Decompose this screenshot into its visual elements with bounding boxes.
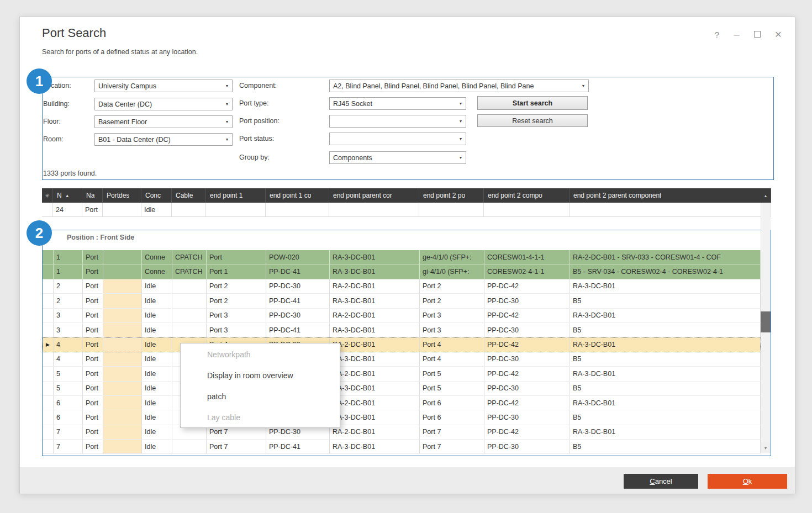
table-row[interactable]: 1PortConneCPATCHPort 1PP-DC-41RA-3-DC-B0… (43, 265, 761, 279)
chevron-down-icon[interactable]: ▼ (222, 120, 232, 124)
scroll-up-button[interactable]: ▲ (761, 188, 771, 203)
cell-n: 6 (54, 410, 83, 424)
table-row[interactable]: 6PortIdlePort 6PP-DC-41RA-3-DC-B01Port 6… (43, 410, 761, 425)
column-header-n[interactable]: N▲ (53, 188, 82, 203)
menu-item-patch[interactable]: patch (181, 386, 340, 407)
ok-button[interactable]: Ok (708, 474, 787, 489)
scroll-down-button[interactable]: ▼ (761, 442, 771, 453)
table-row[interactable]: ▶4PortIdlePort 4PP-DC-30RA-2-DC-B01Port … (43, 337, 761, 352)
column-header-na[interactable]: Na (82, 188, 103, 203)
cell-cable (172, 279, 207, 293)
cell-portdes (103, 440, 142, 453)
chevron-down-icon[interactable]: ▼ (456, 119, 466, 123)
group-by-combobox[interactable]: Components ▼ (329, 151, 466, 164)
cell-ep1p (329, 203, 419, 216)
chevron-down-icon[interactable]: ▼ (222, 137, 232, 141)
chevron-down-icon[interactable]: ▼ (456, 102, 466, 105)
port-type-combobox[interactable]: RJ45 Socket ▼ (329, 97, 466, 110)
column-header-ep2p[interactable]: end point 2 parent component (570, 188, 771, 203)
location-combobox[interactable]: University Campus ▼ (94, 80, 233, 92)
column-header-conc[interactable]: Conc (141, 188, 172, 203)
scrollbar-thumb[interactable] (761, 311, 771, 332)
chevron-down-icon[interactable]: ▼ (222, 84, 232, 88)
cell-ep2: Port 4 (420, 352, 484, 366)
chevron-down-icon[interactable]: ▼ (456, 156, 466, 160)
chevron-down-icon[interactable]: ▼ (578, 84, 588, 88)
column-header-ep1[interactable]: end point 1 (206, 188, 266, 203)
table-row[interactable]: 6PortIdlePort 6PP-DC-30RA-2-DC-B01Port 6… (43, 396, 761, 410)
building-label: Building: (43, 100, 70, 108)
column-label: Conc (145, 192, 161, 199)
column-header-ep1p[interactable]: end point parent cor (329, 188, 419, 203)
close-icon[interactable]: × (775, 28, 782, 41)
component-combobox[interactable]: A2, Blind Panel, Blind Panel, Blind Pane… (329, 80, 589, 92)
table-row[interactable]: 4PortIdlePort 4PP-DC-41RA-3-DC-B01Port 4… (43, 352, 761, 367)
row-marker-cell: ▶ (43, 337, 54, 351)
cell-conc: Idle (142, 382, 172, 395)
cell-portdes (103, 410, 142, 424)
annotation-badge-2: 2 (27, 220, 52, 246)
reset-search-button[interactable]: Reset search (477, 114, 588, 127)
column-label: end point parent cor (333, 192, 392, 199)
row-marker-cell (43, 382, 54, 395)
chevron-down-icon[interactable]: ▼ (222, 102, 232, 106)
table-row[interactable]: 2PortIdlePort 2PP-DC-41RA-3-DC-B01Port 2… (43, 294, 761, 308)
table-row[interactable]: 2PortIdlePort 2PP-DC-30RA-2-DC-B01Port 2… (43, 279, 761, 294)
cell-portdes (103, 250, 142, 264)
sort-asc-icon: ▲ (65, 193, 70, 198)
table-row[interactable]: 1PortConneCPATCHPortPOW-020RA-3-DC-B01ge… (43, 250, 761, 265)
room-combobox[interactable]: B01 - Data Center (DC) ▼ (94, 133, 233, 146)
cell-na: Port (83, 309, 103, 322)
cell-ep1c: PP-DC-41 (266, 323, 330, 337)
floor-combobox[interactable]: Basement Floor ▼ (94, 115, 233, 128)
cell-ep2c: PP-DC-30 (484, 323, 570, 337)
cell-conc: Idle (141, 203, 172, 216)
table-row[interactable]: 5PortIdlePort 5PP-DC-41RA-3-DC-B01Port 5… (43, 382, 761, 396)
cell-ep1: Port 7 (207, 440, 266, 453)
column-label: Cable (176, 192, 193, 199)
cell-cable (172, 323, 207, 337)
location-value: University Campus (95, 82, 222, 90)
cell-ep2c: PP-DC-30 (484, 382, 570, 395)
menu-item-networkpath: Networkpath (181, 344, 340, 365)
column-header-portdes[interactable]: Portdes (103, 188, 141, 203)
building-combobox[interactable]: Data Center (DC) ▼ (94, 98, 233, 110)
table-row[interactable]: 5PortIdlePort 5PP-DC-30RA-2-DC-B01Port 5… (43, 367, 761, 381)
cell-ep2: Port 7 (420, 440, 484, 453)
column-header-ep2[interactable]: end point 2 po (419, 188, 484, 203)
cancel-button[interactable]: Cancel (624, 474, 698, 489)
port-status-combobox[interactable]: ▼ (329, 133, 466, 145)
start-search-button[interactable]: Start search (477, 96, 588, 110)
cell-portdes (103, 323, 142, 337)
column-header-ep2c[interactable]: end point 2 compo (484, 188, 570, 203)
row-marker-cell (43, 440, 54, 453)
columns-settings-icon[interactable]: ✳ (42, 188, 53, 203)
menu-item-display-in-room-overview[interactable]: Display in room overview (181, 365, 340, 386)
cell-na: Port (82, 203, 103, 216)
maximize-icon[interactable] (754, 31, 761, 38)
cell-ep2c: PP-DC-30 (484, 352, 570, 366)
cell-n: 4 (54, 352, 83, 366)
cell-n: 7 (54, 440, 83, 453)
column-header-ep1c[interactable]: end point 1 co (266, 188, 329, 203)
table-row[interactable]: 7PortIdlePort 7PP-DC-41RA-3-DC-B01Port 7… (43, 440, 761, 454)
chevron-down-icon[interactable]: ▼ (456, 137, 466, 141)
cell-cable (172, 203, 206, 216)
cell-ep2: Port 3 (420, 323, 484, 337)
help-icon[interactable]: ? (715, 30, 719, 39)
port-position-combobox[interactable]: ▼ (329, 115, 466, 128)
cell-conc: Idle (142, 279, 172, 293)
table-row[interactable]: 24PortIdle (42, 203, 771, 217)
cell-ep1 (206, 203, 266, 216)
table-row[interactable]: 3PortIdlePort 3PP-DC-41RA-3-DC-B01Port 3… (43, 323, 761, 337)
cell-conc: Idle (142, 425, 172, 439)
cell-ep2p: RA-3-DC-B01 (570, 425, 761, 439)
row-marker-cell (43, 425, 54, 439)
cell-ep2c: PP-DC-30 (484, 440, 570, 453)
row-marker-cell (43, 323, 54, 337)
cell-portdes (103, 396, 142, 410)
table-row[interactable]: 7PortIdlePort 7PP-DC-30RA-2-DC-B01Port 7… (43, 425, 761, 440)
column-header-cable[interactable]: Cable (172, 188, 206, 203)
minimize-icon[interactable]: – (734, 28, 740, 40)
table-row[interactable]: 3PortIdlePort 3PP-DC-30RA-2-DC-B01Port 3… (43, 309, 761, 323)
